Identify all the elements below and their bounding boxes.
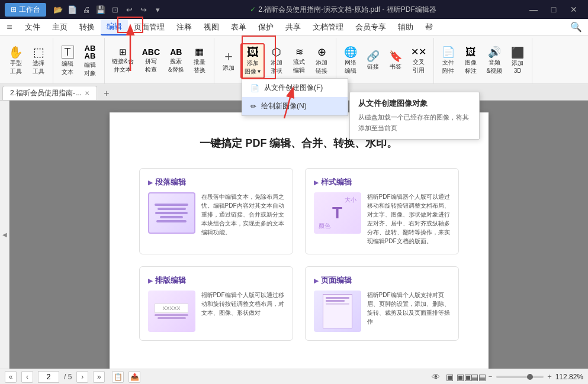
menu-assist[interactable]: 辅助 xyxy=(392,20,419,35)
image-annotate-label: 图像标注 xyxy=(465,59,477,75)
nav-first-button[interactable]: « xyxy=(5,371,17,383)
nav-next-button[interactable]: › xyxy=(76,371,88,383)
arrow-down-icon[interactable]: ▾ xyxy=(153,5,162,14)
feature-page-image xyxy=(314,291,361,332)
menu-page[interactable]: 页面管理 xyxy=(128,20,171,35)
window-controls: — □ ✕ xyxy=(524,2,583,17)
link-merge-button[interactable]: ⊞ 链接&合并文本 xyxy=(108,45,137,76)
edit-object-button[interactable]: ABAB 编辑对象 xyxy=(79,42,101,80)
ribbon-group-tools-items: ✋ 手型工具 ⬚ 选择工具 xyxy=(5,39,49,82)
edit-text-button[interactable]: T 编辑文本 xyxy=(57,43,78,79)
add-image-label: 添加图像 ▾ xyxy=(245,59,261,76)
feature-paragraph: 段落编辑 在段落中编辑文本，免除布局之忧。编辑PDF内容对其文本自动重排，通过链… xyxy=(139,168,293,254)
search-icon[interactable]: 🔍 xyxy=(569,20,583,34)
window-title: 2.福昕会员使用指南-演示文档-原始.pdf - 福昕PDF编辑器 xyxy=(258,5,436,15)
cross-ref-button[interactable]: ✕✕ 交叉引用 xyxy=(407,45,430,77)
tab-active[interactable]: 2.福昕会员使用指南-... ✕ xyxy=(2,86,97,100)
hand-tool-button[interactable]: ✋ 手型工具 xyxy=(5,44,27,78)
minimize-button[interactable]: — xyxy=(524,2,543,17)
export-button[interactable]: 📤 xyxy=(128,371,140,383)
menu-comment[interactable]: 注释 xyxy=(171,20,198,35)
draw-new-icon: ✏ xyxy=(250,102,256,111)
menu-home[interactable]: 主页 xyxy=(46,20,73,35)
style-t-icon: T xyxy=(332,204,342,222)
feature-page: 页面编辑 福昕PDF编辑个人版支持对页眉、页脚的设置，添加、删除、旋转、裁剪及以… xyxy=(305,266,459,341)
menu-protect[interactable]: 保护 xyxy=(252,20,279,35)
menu-docmgmt[interactable]: 文档管理 xyxy=(307,20,349,35)
edit-object-icon: ABAB xyxy=(85,44,96,60)
nav-last-button[interactable]: » xyxy=(93,371,105,383)
bookmark-button[interactable]: 🔖 书签 xyxy=(385,49,406,73)
copy-page-button[interactable]: 📋 xyxy=(112,371,124,383)
zoom-in-icon[interactable]: ＋ xyxy=(546,372,553,382)
menu-hamburger-icon[interactable]: ≡ xyxy=(2,20,17,34)
search-replace-button[interactable]: AB 搜索&替换 xyxy=(165,46,188,76)
menu-form[interactable]: 表单 xyxy=(225,20,252,35)
double-page-icon[interactable]: ▣▣ xyxy=(458,371,470,383)
web-edit-button[interactable]: 🌐 网络编辑 xyxy=(340,44,361,78)
image-annotate-button[interactable]: 🖼 图像标注 xyxy=(460,44,481,78)
flow-edit-button[interactable]: ≋ 流式编辑 xyxy=(288,45,310,77)
add-3d-button[interactable]: ⬛ 添加3D xyxy=(507,45,528,76)
scroll-icon[interactable]: ▤▤ xyxy=(473,371,484,383)
menu-file[interactable]: 文件 xyxy=(19,20,46,35)
open-folder-icon[interactable]: 📂 xyxy=(53,5,63,14)
bookmark-icon: 🔖 xyxy=(389,51,402,62)
tab-close-button[interactable]: ✕ xyxy=(85,90,89,96)
single-page-icon[interactable]: ▣ xyxy=(444,371,456,383)
scan-icon[interactable]: ⊡ xyxy=(110,5,120,14)
feature-style-image: 大小 T 颜色 xyxy=(314,192,361,234)
from-file-icon: 📄 xyxy=(250,84,259,92)
new-doc-icon[interactable]: 📄 xyxy=(68,5,77,14)
add-3d-label: 添加3D xyxy=(512,59,523,74)
edit-text-label: 编辑文本 xyxy=(62,60,73,76)
spell-check-button[interactable]: ABC 拼写检查 xyxy=(139,46,163,76)
grid-icon: ⊞ xyxy=(11,5,17,14)
feature-style-title: 样式编辑 xyxy=(314,177,450,188)
feature-page-text: 福昕PDF编辑个人版支持对页眉、页脚的设置，添加、删除、旋转、裁剪及以及页面重排… xyxy=(367,291,450,332)
eye-icon[interactable]: 👁 xyxy=(430,371,442,383)
edit-object-label: 编辑对象 xyxy=(84,61,96,78)
add-button[interactable]: ＋ 添加 xyxy=(218,47,239,75)
ribbon-group-link-items: ⊞ 链接&合并文本 ABC 拼写检查 AB 搜索&替换 ▦ 批量替换 xyxy=(108,39,210,82)
page-input[interactable] xyxy=(38,371,59,383)
zoom-out-icon[interactable]: － xyxy=(487,372,494,382)
hand-icon: ✋ xyxy=(8,46,23,58)
close-button[interactable]: ✕ xyxy=(564,2,583,17)
print-icon[interactable]: 🖨 xyxy=(82,5,91,14)
add-shape-button[interactable]: ⬡ 添加形状 xyxy=(266,44,287,78)
maximize-button[interactable]: □ xyxy=(544,2,563,17)
batch-replace-button[interactable]: ▦ 批量替换 xyxy=(189,45,210,77)
zoom-value: 112.82% xyxy=(555,373,583,381)
zoom-slider[interactable] xyxy=(496,376,544,378)
add-3d-icon: ⬛ xyxy=(511,47,524,58)
web-edit-icon: 🌐 xyxy=(344,47,357,57)
undo-icon[interactable]: ↩ xyxy=(124,5,134,14)
add-image-button[interactable]: 🖼 添加图像 ▾ xyxy=(240,43,265,79)
dropdown-from-file[interactable]: 📄 从文件创建图像(F) xyxy=(242,79,348,97)
menu-share[interactable]: 共享 xyxy=(279,20,307,35)
dropdown-draw-new[interactable]: ✏ 绘制新图像(N) xyxy=(242,97,348,115)
left-sidebar-collapse[interactable]: ◀ xyxy=(0,101,9,369)
select-tool-button[interactable]: ⬚ 选择工具 xyxy=(28,44,49,78)
menu-view[interactable]: 视图 xyxy=(198,20,225,35)
menu-edit[interactable]: 编辑 xyxy=(101,19,128,36)
title-bar: ⊞ 工作台 📂 📄 🖨 💾 ⊡ ↩ ↪ ▾ ✓ 2.福昕会员使用指南-演示文档-… xyxy=(0,0,588,19)
new-tab-button[interactable]: + xyxy=(99,87,114,100)
add-link-button[interactable]: ⊕ 添加链接 xyxy=(311,44,332,78)
save-icon[interactable]: 💾 xyxy=(96,5,105,14)
ribbon-group-tools: ✋ 手型工具 ⬚ 选择工具 xyxy=(2,38,53,83)
link-merge-icon: ⊞ xyxy=(119,47,127,56)
add-icon: ＋ xyxy=(222,50,235,63)
menu-help[interactable]: 帮 xyxy=(419,20,439,35)
workbench-button[interactable]: ⊞ 工作台 xyxy=(5,3,46,17)
nav-prev-button[interactable]: ‹ xyxy=(21,371,33,383)
cross-ref-icon: ✕✕ xyxy=(411,47,426,57)
audio-video-button[interactable]: 🔊 音频&视频 xyxy=(483,44,506,78)
title-center: ✓ 2.福昕会员使用指南-演示文档-原始.pdf - 福昕PDF编辑器 xyxy=(166,5,520,15)
menu-convert[interactable]: 转换 xyxy=(73,20,101,35)
link-button[interactable]: 🔗 链接 xyxy=(362,49,384,73)
redo-icon[interactable]: ↪ xyxy=(139,5,148,14)
file-attach-button[interactable]: 📄 文件附件 xyxy=(438,44,459,78)
menu-member[interactable]: 会员专享 xyxy=(349,20,392,35)
